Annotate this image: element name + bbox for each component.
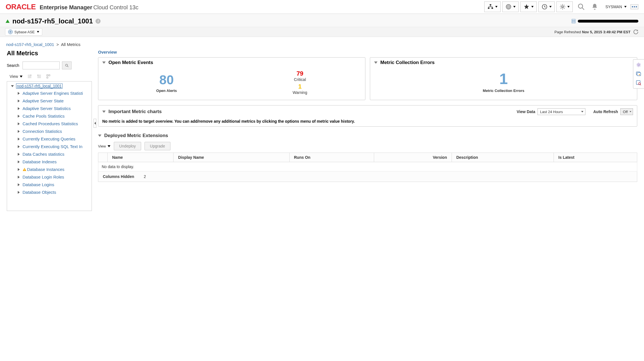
breadcrumb-root[interactable]: nod-s157-rh5_local_1001 <box>6 42 54 47</box>
view-switcher[interactable] <box>630 4 638 9</box>
product-version: Cloud Control 13c <box>93 4 138 10</box>
tree-item[interactable]: Currently Executing SQL Text In <box>7 143 92 150</box>
view-label: View <box>10 74 18 79</box>
undeploy-button[interactable]: Undeploy <box>114 142 141 150</box>
bell-icon[interactable] <box>591 3 599 11</box>
target-icon <box>505 4 512 10</box>
tree-item-label[interactable]: Cached Procedures Statistics <box>23 121 78 126</box>
target-ring-icon <box>8 30 13 34</box>
svg-point-5 <box>508 6 509 7</box>
metrics-tree[interactable]: nod-s157-rh5_local_1001 Adaptive Server … <box>7 81 92 211</box>
triangle-right-icon <box>18 130 20 133</box>
tree-item[interactable]: Cached Procedures Statistics <box>7 120 92 127</box>
tree-item-label[interactable]: Currently Executing Queries <box>23 137 75 141</box>
collapse-tree-icon[interactable] <box>27 74 32 79</box>
breadcrumb-separator: > <box>56 42 59 47</box>
search-row: Search <box>7 61 92 69</box>
col-description[interactable]: Description <box>452 153 554 162</box>
tree-item-label[interactable]: Cache Pools Statistics <box>23 114 65 118</box>
col-is-latest[interactable]: Is Latest <box>554 153 637 162</box>
auto-refresh-select[interactable]: Off <box>620 108 633 115</box>
search-label: Search <box>7 63 19 68</box>
col-display-name[interactable]: Display Name <box>174 153 289 162</box>
open-alerts-value: 80 <box>156 72 177 87</box>
svg-rect-12 <box>572 22 575 23</box>
upgrade-button[interactable]: Upgrade <box>145 142 170 150</box>
col-name[interactable]: Name <box>108 153 174 162</box>
tree-item-label[interactable]: Adaptive Server Engines Statisti <box>23 91 83 96</box>
tree-item[interactable]: Database Logins <box>7 181 92 188</box>
tree-item[interactable]: Cache Pools Statistics <box>7 112 92 120</box>
tree-item-label[interactable]: Adaptive Server Statistics <box>23 106 71 111</box>
caret-down-icon <box>567 6 570 8</box>
table-footer: Columns Hidden 2 <box>98 171 637 182</box>
product-name: Enterprise Manager <box>40 4 92 10</box>
enterprise-menu[interactable] <box>484 1 501 12</box>
target-type-menu[interactable]: Sybase ASE <box>5 28 42 36</box>
extensions-panel: Deployed Metric Extensions View Undeploy… <box>98 133 637 182</box>
search-button[interactable] <box>62 61 72 69</box>
panel-header[interactable]: Open Metric Events <box>98 58 365 68</box>
tree-item-label[interactable]: Database Instances <box>27 167 65 172</box>
tree-item[interactable]: Currently Executing Queries <box>7 135 92 143</box>
caret-down-icon <box>37 31 39 33</box>
extensions-panel-title: Deployed Metric Extensions <box>104 133 168 138</box>
dock-history[interactable] <box>635 70 642 78</box>
sidebar-collapse-handle[interactable] <box>94 119 96 128</box>
expand-tree-icon[interactable] <box>37 74 42 79</box>
targets-menu[interactable] <box>502 1 519 12</box>
user-menu[interactable]: SYSMAN <box>605 5 627 9</box>
tree-item-label[interactable]: Adaptive Server State <box>23 98 64 103</box>
tree-item[interactable]: Connection Statistics <box>7 127 92 135</box>
caret-down-icon <box>495 6 498 8</box>
tree-item-label[interactable]: Data Caches statistics <box>23 152 64 157</box>
tree-item-label[interactable]: Database Objects <box>23 190 56 195</box>
panel-header[interactable]: Metric Collection Errors <box>370 58 637 68</box>
tree-item[interactable]: Database Instances <box>7 166 92 173</box>
tree-item[interactable]: Database Objects <box>7 188 92 196</box>
collection-errors-value: 1 <box>499 70 508 87</box>
stack-icon <box>636 71 642 77</box>
info-icon[interactable]: i <box>96 19 101 24</box>
triangle-right-icon <box>18 107 20 110</box>
search-input[interactable] <box>23 61 60 69</box>
col-select[interactable] <box>98 153 108 162</box>
view-data-select[interactable]: Last 24 Hours <box>538 108 585 115</box>
warning-value: 1 <box>293 83 307 90</box>
svg-rect-11 <box>572 21 575 22</box>
global-header: ORACLE Enterprise Manager Cloud Control … <box>0 0 644 14</box>
triangle-down-icon <box>11 85 14 87</box>
history-menu[interactable] <box>538 1 555 12</box>
tree-item-label[interactable]: Database Logins <box>23 182 54 187</box>
important-charts-panel: Important Metric charts View Data Last 2… <box>98 105 637 127</box>
tree-item[interactable]: Adaptive Server State <box>7 97 92 105</box>
dock-settings[interactable] <box>635 61 642 69</box>
tree-item[interactable]: Data Caches statistics <box>7 150 92 158</box>
collection-errors-label: Metric Collection Errors <box>483 89 524 93</box>
tree-item-label[interactable]: Connection Statistics <box>23 129 62 134</box>
tree-item-label[interactable]: Database Indexes <box>23 159 57 164</box>
svg-rect-2 <box>492 8 493 9</box>
tree-item-label[interactable]: Currently Executing SQL Text In <box>23 144 83 149</box>
col-version[interactable]: Version <box>374 153 452 162</box>
refresh-icon[interactable] <box>633 29 639 35</box>
svg-point-23 <box>639 74 640 75</box>
panel-title: Metric Collection Errors <box>380 60 435 65</box>
caret-down-icon <box>513 6 516 8</box>
view-menu[interactable]: View <box>10 74 23 79</box>
search-icon[interactable] <box>577 3 585 11</box>
dock-search[interactable] <box>635 79 642 87</box>
col-runs-on[interactable]: Runs On <box>289 153 374 162</box>
extensions-view-menu[interactable]: View <box>98 144 110 148</box>
tree-item[interactable]: Adaptive Server Engines Statisti <box>7 89 92 97</box>
setup-menu[interactable] <box>556 1 573 12</box>
tree-root-label[interactable]: nod-s157-rh5_local_1001 <box>16 83 63 89</box>
tree-item[interactable]: Database Login Roles <box>7 173 92 181</box>
tree-settings-icon[interactable] <box>46 74 51 79</box>
tree-item[interactable]: Database Indexes <box>7 158 92 166</box>
triangle-right-icon <box>18 153 20 156</box>
favorites-menu[interactable] <box>520 1 537 12</box>
tree-item[interactable]: Adaptive Server Statistics <box>7 105 92 112</box>
tree-item-label[interactable]: Database Login Roles <box>23 175 64 179</box>
tree-root[interactable]: nod-s157-rh5_local_1001 <box>7 83 92 89</box>
